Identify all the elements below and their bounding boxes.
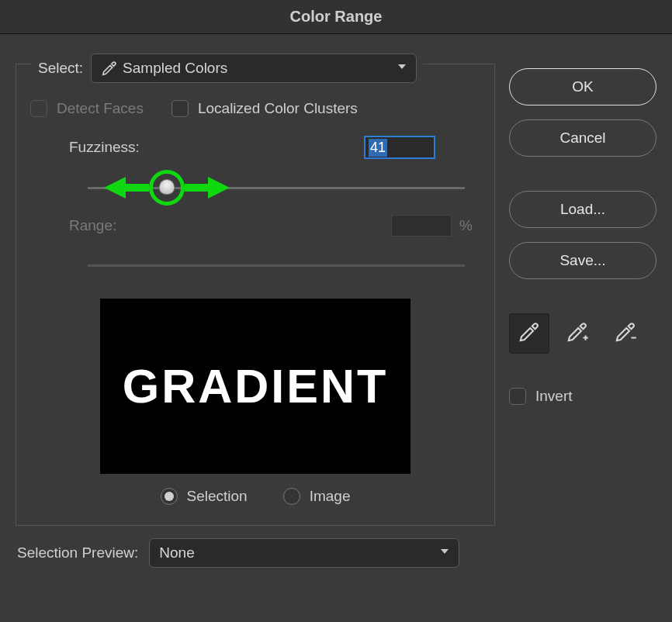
range-input [391, 215, 452, 237]
fuzziness-slider[interactable] [88, 176, 465, 201]
eyedropper-tool[interactable] [509, 313, 549, 354]
save-button[interactable]: Save... [509, 242, 656, 279]
radio-image-button[interactable] [283, 488, 300, 505]
fuzziness-label: Fuzziness: [38, 139, 209, 156]
chevron-down-icon [438, 544, 451, 562]
localized-clusters-label: Localized Color Clusters [198, 100, 358, 117]
eyedropper-icon [518, 320, 541, 347]
range-unit: % [459, 217, 473, 234]
selection-preview-label: Selection Preview: [17, 544, 138, 562]
chevron-down-icon [396, 60, 408, 77]
detect-faces-label: Detect Faces [57, 100, 144, 117]
main-fieldset: Select: Sampled Colors Detect Faces [16, 64, 495, 526]
invert-checkbox[interactable] [509, 388, 526, 405]
eyedropper-plus-tool[interactable] [557, 313, 598, 354]
range-label: Range: [38, 217, 209, 234]
selection-preview-dropdown[interactable]: None [149, 538, 459, 568]
eyedropper-minus-icon [614, 320, 637, 347]
radio-selection-label: Selection [187, 488, 248, 505]
radio-selection[interactable]: Selection [161, 488, 248, 505]
invert-label: Invert [535, 388, 573, 405]
fuzziness-value: 41 [369, 139, 387, 157]
select-label: Select: [38, 60, 83, 77]
select-value: Sampled Colors [123, 60, 227, 77]
eyedropper-minus-tool[interactable] [605, 313, 646, 354]
localized-clusters-checkbox[interactable] [171, 100, 189, 117]
selection-preview-value: None [159, 544, 194, 562]
eyedropper-icon [101, 60, 118, 77]
dialog-title: Color Range [290, 8, 383, 26]
eyedropper-plus-icon [566, 320, 589, 347]
preview-text: GRADIENT [123, 359, 389, 413]
fuzziness-input[interactable]: 41 [364, 136, 435, 159]
load-button[interactable]: Load... [509, 191, 656, 228]
title-bar: Color Range [0, 0, 672, 34]
radio-selection-button[interactable] [161, 488, 178, 505]
select-dropdown[interactable]: Sampled Colors [91, 54, 417, 83]
cancel-button[interactable]: Cancel [509, 119, 656, 157]
localized-clusters-option[interactable]: Localized Color Clusters [171, 100, 358, 117]
invert-option[interactable]: Invert [509, 388, 656, 405]
detect-faces-checkbox [30, 100, 47, 117]
range-slider [88, 254, 465, 278]
radio-image[interactable]: Image [283, 488, 351, 505]
detect-faces-option: Detect Faces [30, 100, 144, 117]
preview-area: GRADIENT [100, 299, 410, 474]
fuzziness-thumb[interactable] [159, 179, 175, 195]
ok-button[interactable]: OK [509, 68, 656, 105]
radio-image-label: Image [310, 488, 351, 505]
